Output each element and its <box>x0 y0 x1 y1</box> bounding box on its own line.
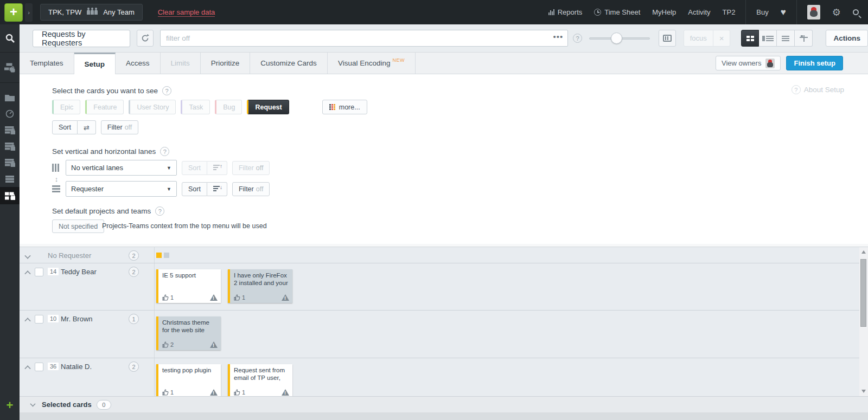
lanes-section-title: Set vertical and horizontal lanes <box>52 147 156 156</box>
warning-icon <box>210 294 218 301</box>
collapsed-card-indicator[interactable] <box>156 253 162 258</box>
expand-context-button[interactable]: › <box>25 3 33 22</box>
not-specified-button[interactable]: Not specified <box>52 219 104 233</box>
row-select-checkbox[interactable] <box>35 363 43 371</box>
cards-sort-direction-button[interactable]: ⇄ <box>78 120 96 134</box>
more-types-button[interactable]: more... <box>322 100 367 114</box>
horizontal-sort-button[interactable]: Sort <box>182 182 207 196</box>
view-mode-timeline[interactable] <box>795 30 813 47</box>
sidebar-item-views-group[interactable] <box>0 53 20 83</box>
board-view-icon <box>746 36 754 41</box>
menu-time-sheet[interactable]: Time Sheet <box>594 8 640 16</box>
card-type-user-story[interactable]: User Story <box>129 100 176 114</box>
sidebar-item-board-2[interactable] <box>0 138 20 154</box>
horizontal-filter-button[interactable]: Filteroff <box>232 182 270 196</box>
finish-setup-button[interactable]: Finish setup <box>786 56 843 70</box>
card-type-task[interactable]: Task <box>181 100 210 114</box>
card-type-epic[interactable]: Epic <box>52 100 80 114</box>
tab-templates[interactable]: Templates <box>20 53 74 74</box>
row-count-badge: 1 <box>129 314 139 324</box>
vertical-lanes-icon <box>52 164 61 172</box>
scroll-up-icon[interactable] <box>861 250 866 254</box>
collapse-columns-button[interactable] <box>659 30 676 47</box>
user-avatar[interactable] <box>807 5 820 20</box>
menu-activity[interactable]: Activity <box>688 8 710 16</box>
focus-clear-button[interactable]: × <box>713 30 731 47</box>
scroll-down-icon[interactable] <box>861 390 866 393</box>
chevron-down-icon[interactable] <box>25 252 31 258</box>
cards-filter-button[interactable]: Filteroff <box>101 120 138 134</box>
tab-setup[interactable]: Setup <box>74 53 116 74</box>
favorites-button[interactable]: ♥ <box>781 7 786 18</box>
horizontal-lanes-select[interactable]: Requester▼ <box>66 181 177 197</box>
likes-count: 2 <box>162 341 174 348</box>
sidebar-item-current-board[interactable] <box>0 187 20 204</box>
filter-input[interactable] <box>160 30 568 47</box>
card-type-request[interactable]: Request <box>247 100 289 114</box>
settings-button[interactable]: ⚙ <box>832 7 841 18</box>
view-owners-button[interactable]: View owners <box>716 56 781 70</box>
chevron-up-icon[interactable] <box>25 363 31 369</box>
zoom-slider[interactable] <box>589 30 650 47</box>
sidebar-item-board-3[interactable] <box>0 154 20 171</box>
menu-myhelp[interactable]: MyHelp <box>652 8 676 16</box>
list-lock-icon <box>5 143 15 151</box>
divider <box>796 0 797 24</box>
filter-more-icon[interactable]: ••• <box>553 32 563 41</box>
actions-button[interactable]: Actions <box>826 30 868 47</box>
selected-cards-bar: Selected cards 0 <box>20 396 868 412</box>
thumbs-up-icon <box>162 294 169 301</box>
tab-prioritize[interactable]: Prioritize <box>201 53 251 74</box>
menu-reports[interactable]: Reports <box>548 8 583 16</box>
tab-access[interactable]: Access <box>116 53 161 74</box>
request-card[interactable]: Christmas theme for the web site 2 <box>156 316 221 350</box>
menu-tp2[interactable]: TP2 <box>723 8 736 16</box>
chevron-up-icon[interactable] <box>25 268 31 274</box>
view-mode-detail[interactable] <box>759 30 777 47</box>
cards-sort-button[interactable]: Sort <box>52 120 78 134</box>
row-select-checkbox[interactable] <box>35 315 43 324</box>
likes-count: 1 <box>162 294 174 301</box>
refresh-button[interactable] <box>137 30 154 47</box>
global-search-button[interactable] <box>853 9 859 15</box>
focus-button[interactable]: focus <box>684 30 713 47</box>
projects-teams-selector[interactable]: TPK, TPW Any Team <box>40 4 143 21</box>
about-setup-link[interactable]: ? About Setup <box>792 85 844 94</box>
request-card[interactable]: testing pop plugin 1 <box>156 364 221 396</box>
chevron-down-icon: ▼ <box>167 165 171 171</box>
vertical-lanes-select[interactable]: No vertical lanes▼ <box>66 160 177 176</box>
tab-customize-cards[interactable]: Customize Cards <box>250 53 328 74</box>
chevron-up-icon[interactable] <box>25 315 31 321</box>
row-select-checkbox[interactable] <box>35 268 43 276</box>
zoom-slider-knob[interactable] <box>611 33 622 44</box>
sidebar-search-button[interactable] <box>0 24 20 53</box>
card-type-feature[interactable]: Feature <box>85 100 124 114</box>
request-card[interactable]: IE 5 support 1 <box>156 269 221 303</box>
sidebar-item-board-1[interactable] <box>0 122 20 138</box>
defaults-help-icon[interactable]: ? <box>155 206 164 216</box>
scrollbar-thumb[interactable] <box>860 259 866 327</box>
add-button[interactable]: + <box>4 3 23 22</box>
sidebar-item-board-4[interactable] <box>0 171 20 187</box>
lanes-help-icon[interactable]: ? <box>160 147 169 156</box>
chevron-down-icon[interactable] <box>30 402 36 408</box>
view-mode-list[interactable] <box>777 30 795 47</box>
request-card[interactable]: I have only FireFox 2 installed and your… <box>228 269 292 303</box>
tab-visual-encoding[interactable]: Visual EncodingNEW <box>328 53 416 74</box>
filter-help-icon[interactable]: ? <box>573 34 582 43</box>
cards-help-icon[interactable]: ? <box>162 86 171 95</box>
clear-sample-data-link[interactable]: Clear sample data <box>158 8 215 17</box>
view-title[interactable]: Requests by Requesters <box>33 30 130 47</box>
columns-icon <box>663 35 672 42</box>
card-type-bug[interactable]: Bug <box>215 100 242 114</box>
request-card[interactable]: Request sent from email of TP user, 1 <box>228 364 292 396</box>
context-projects: TPK, TPW <box>48 8 81 16</box>
sidebar-add-button[interactable]: + <box>0 398 20 412</box>
sidebar-item-dashboard[interactable] <box>0 106 20 122</box>
board-scrollbar[interactable] <box>859 247 868 396</box>
view-mode-board[interactable] <box>741 30 759 47</box>
buy-link[interactable]: Buy <box>756 8 768 16</box>
sidebar-item-projects[interactable] <box>0 89 20 106</box>
horizontal-sort-direction-button[interactable] <box>207 182 227 196</box>
collapsed-card-indicator[interactable] <box>164 253 169 258</box>
